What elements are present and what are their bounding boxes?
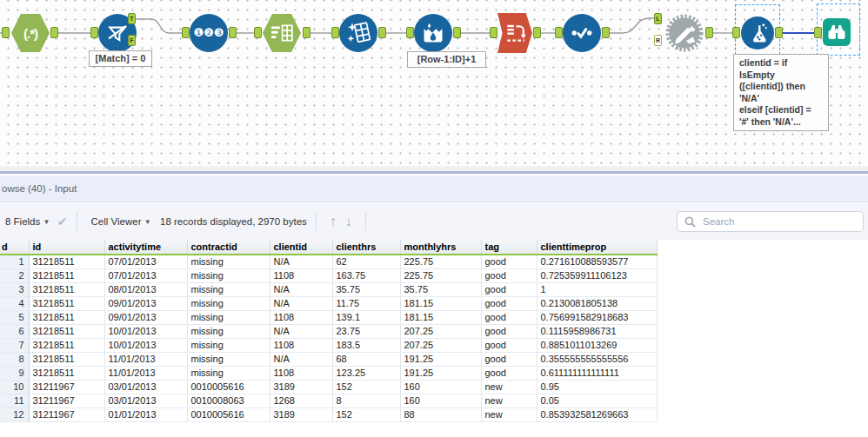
right-input-anchor[interactable]: R xyxy=(654,35,662,46)
search-box[interactable] xyxy=(677,211,864,232)
table-cell[interactable]: 31218511 xyxy=(29,366,104,380)
table-cell[interactable]: 181.15 xyxy=(400,310,481,324)
column-header-id[interactable]: id xyxy=(29,240,104,255)
table-row[interactable]: 63121851110/01/2013missingN/A23.75207.25… xyxy=(0,324,657,338)
table-cell[interactable]: 1108 xyxy=(270,338,332,352)
table-row[interactable]: 83121851111/01/2013missingN/A68191.25goo… xyxy=(0,352,657,366)
output-anchor[interactable] xyxy=(775,27,783,38)
table-cell[interactable]: 207.25 xyxy=(400,338,481,352)
column-header-clienthrs[interactable]: clienthrs xyxy=(332,240,400,255)
table-cell[interactable]: 11/01/2013 xyxy=(104,352,187,366)
table-cell[interactable]: 0010005616 xyxy=(187,380,270,394)
table-row[interactable]: 53121851109/01/2013missing1108139.1181.1… xyxy=(0,310,657,324)
table-cell[interactable]: 35.75 xyxy=(400,282,481,296)
table-row[interactable]: 33121851108/01/2013missingN/A35.7535.75g… xyxy=(0,282,657,296)
tool-filter[interactable]: T F xyxy=(98,14,137,52)
column-header-record[interactable]: d xyxy=(0,240,29,255)
table-cell[interactable]: N/A xyxy=(270,352,332,366)
output-anchor[interactable] xyxy=(378,27,386,38)
table-cell[interactable]: 0.725359911106123 xyxy=(537,268,657,282)
table-cell[interactable]: 3189 xyxy=(270,380,332,394)
table-row[interactable]: 113121196703/01/2013001000806312688160ne… xyxy=(0,394,657,407)
table-cell[interactable]: 207.25 xyxy=(400,324,481,338)
table-cell[interactable]: 1108 xyxy=(270,268,332,282)
table-cell[interactable]: N/A xyxy=(270,296,332,310)
input-anchor[interactable] xyxy=(490,27,497,38)
table-cell[interactable]: 1 xyxy=(537,282,657,296)
input-anchor[interactable] xyxy=(2,27,10,38)
table-row[interactable]: 93121851111/01/2013missing1108123.25191.… xyxy=(0,366,657,380)
tool-select[interactable] xyxy=(262,13,302,53)
table-cell[interactable]: 0.355555555555556 xyxy=(537,352,657,366)
tool-transpose[interactable] xyxy=(497,13,532,53)
table-cell[interactable]: 139.1 xyxy=(332,310,400,324)
table-cell[interactable]: good xyxy=(481,352,537,366)
table-cell[interactable]: missing xyxy=(187,366,270,380)
column-header-clienttimeprop[interactable]: clienttimeprop xyxy=(537,240,657,255)
output-anchor[interactable] xyxy=(303,27,310,38)
table-cell[interactable]: 8 xyxy=(332,394,400,407)
table-cell[interactable]: 0.756991582918683 xyxy=(537,310,657,324)
table-row[interactable]: 43121851109/01/2013missingN/A11.75181.15… xyxy=(0,296,657,310)
false-output-anchor[interactable]: F xyxy=(128,35,136,46)
input-anchor[interactable] xyxy=(814,27,822,38)
table-cell[interactable]: 31211967 xyxy=(29,380,104,394)
table-cell[interactable]: 0010005616 xyxy=(187,407,270,421)
output-anchor[interactable] xyxy=(453,27,461,38)
table-cell[interactable]: 09/01/2013 xyxy=(104,296,187,310)
table-cell[interactable]: 3189 xyxy=(270,407,332,421)
column-header-tag[interactable]: tag xyxy=(481,240,537,255)
table-cell[interactable]: 11/01/2013 xyxy=(104,366,187,380)
input-anchor[interactable] xyxy=(555,27,563,38)
table-cell[interactable]: 31218511 xyxy=(29,352,104,366)
table-cell[interactable]: 1108 xyxy=(270,310,332,324)
tool-record-id[interactable]: ❶❷❸ xyxy=(190,14,228,52)
formula-annotation[interactable]: clientid = if IsEmpty ([clientid]) then … xyxy=(733,54,829,131)
tool-multi-row-formula[interactable] xyxy=(414,14,452,52)
output-anchor[interactable] xyxy=(602,27,610,38)
column-header-contractid[interactable]: contractid xyxy=(187,240,270,255)
table-cell[interactable]: 23.75 xyxy=(332,324,400,338)
column-header-activitytime[interactable]: activitytime xyxy=(104,240,187,255)
table-cell[interactable]: 191.25 xyxy=(400,352,481,366)
output-anchor[interactable] xyxy=(533,27,541,38)
table-cell[interactable]: 0.1115958986731 xyxy=(537,324,657,338)
table-cell[interactable]: 0010008063 xyxy=(187,394,270,407)
table-cell[interactable]: missing xyxy=(187,352,270,366)
workflow-canvas[interactable]: (.*) T F ❶❷❸ xyxy=(0,0,868,165)
table-cell[interactable]: 0.8851011013269 xyxy=(537,338,657,352)
table-cell[interactable]: 0.2130081805138 xyxy=(537,296,657,310)
table-cell[interactable]: 10/01/2013 xyxy=(104,338,187,352)
checkmark-icon[interactable]: ✔ xyxy=(57,215,68,228)
table-cell[interactable]: 31211967 xyxy=(29,394,104,407)
table-cell[interactable]: new xyxy=(481,380,537,394)
move-down-icon[interactable]: ↓ xyxy=(345,214,352,229)
table-cell[interactable]: 03/01/2013 xyxy=(104,380,187,394)
table-cell[interactable]: good xyxy=(481,324,537,338)
table-cell[interactable]: 160 xyxy=(400,394,481,407)
table-cell[interactable]: missing xyxy=(187,324,270,338)
table-cell[interactable]: 225.75 xyxy=(400,268,481,282)
table-cell[interactable]: 1108 xyxy=(270,366,332,380)
column-header-clientid[interactable]: clientid xyxy=(270,240,332,255)
move-up-icon[interactable]: ↑ xyxy=(330,214,337,229)
table-cell[interactable]: missing xyxy=(187,296,270,310)
table-cell[interactable]: 08/01/2013 xyxy=(104,282,187,296)
table-cell[interactable]: 1268 xyxy=(270,394,332,407)
table-cell[interactable]: good xyxy=(481,310,537,324)
table-row[interactable]: 23121851107/01/2013missing1108163.75225.… xyxy=(0,268,657,282)
table-cell[interactable]: 0.271610088593577 xyxy=(537,255,657,268)
table-cell[interactable]: 0.05 xyxy=(537,394,657,407)
input-anchor[interactable] xyxy=(732,27,740,38)
table-cell[interactable]: N/A xyxy=(270,255,332,268)
table-cell[interactable]: 35.75 xyxy=(332,282,400,296)
table-cell[interactable]: 163.75 xyxy=(332,268,400,282)
table-row[interactable]: 13121851107/01/2013missingN/A62225.75goo… xyxy=(0,255,657,268)
table-cell[interactable]: 31218511 xyxy=(29,338,104,352)
table-cell[interactable]: 152 xyxy=(332,380,400,394)
table-cell[interactable]: missing xyxy=(187,282,270,296)
table-cell[interactable]: 225.75 xyxy=(400,255,481,268)
left-input-anchor[interactable]: L xyxy=(654,13,662,24)
table-cell[interactable]: 191.25 xyxy=(400,366,481,380)
column-header-monthlyhrs[interactable]: monthlyhrs xyxy=(400,240,481,255)
